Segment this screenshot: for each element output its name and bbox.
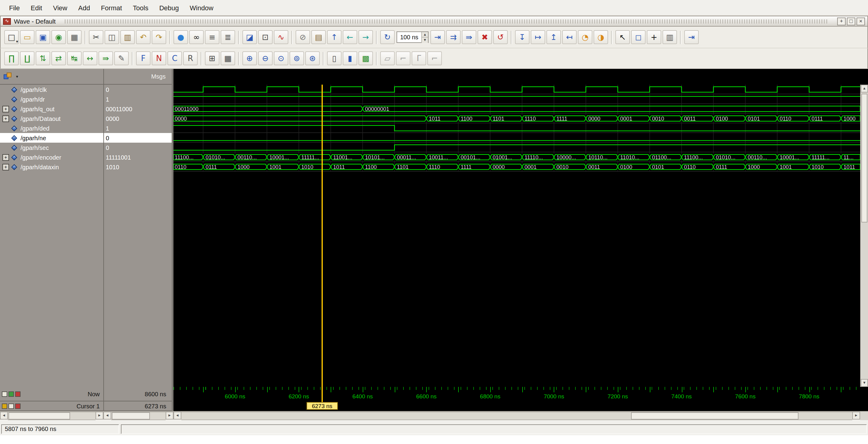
marker-icon[interactable] <box>15 391 21 397</box>
copy-button[interactable]: ◫ <box>104 30 119 44</box>
menu-edit[interactable]: Edit <box>25 2 48 13</box>
clock-button[interactable]: C <box>167 52 182 65</box>
column-splitter[interactable] <box>103 69 104 387</box>
zoom-in-button[interactable]: ⊕ <box>242 52 257 65</box>
reload-button[interactable]: ◉ <box>51 30 66 44</box>
zoom-mode-button[interactable]: ◻ <box>631 30 646 44</box>
run-all-button[interactable]: ⇛ <box>462 30 476 44</box>
stretch-edge-button[interactable]: ↹ <box>67 52 82 65</box>
goto-time-button[interactable]: ⇥ <box>684 30 699 44</box>
zoom-cursor-button[interactable]: ⊚ <box>289 52 304 65</box>
combine-signals-button[interactable]: ⊞ <box>205 52 219 65</box>
save-button[interactable]: ▣ <box>36 30 50 44</box>
goto-top-button[interactable]: ↑ <box>327 30 342 44</box>
release-button[interactable]: R <box>183 52 198 65</box>
scroll-down-button[interactable]: ▼ <box>861 379 868 387</box>
logic-format-button[interactable]: ⌐ <box>396 52 410 65</box>
scroll-left-button[interactable]: ◄ <box>174 412 181 419</box>
step-over-button[interactable]: ↦ <box>531 30 545 44</box>
maximize-button[interactable]: □ <box>847 17 855 25</box>
objects-button[interactable]: ≡ <box>205 30 219 44</box>
signal-row-ne[interactable]: /gparh/ne0 <box>0 133 172 142</box>
select-mode-button[interactable]: ↖ <box>615 30 630 44</box>
vertical-scroll-thumb[interactable] <box>861 94 867 223</box>
delete-edge-button[interactable]: ∐ <box>20 52 34 65</box>
show-leaf-name-button[interactable]: ▮ <box>343 52 357 65</box>
dock-button[interactable]: + <box>837 17 846 25</box>
now-pin-icon[interactable] <box>8 391 14 397</box>
wave-scroll-thumb[interactable] <box>631 412 799 419</box>
menu-debug[interactable]: Debug <box>154 2 184 13</box>
analog-format-button[interactable]: ⌐ <box>427 52 442 65</box>
run-button[interactable]: ⇥ <box>430 30 445 44</box>
menu-view[interactable]: View <box>48 2 72 13</box>
spin-down-button[interactable]: ▼ <box>422 37 428 43</box>
find-button[interactable]: ∞ <box>189 30 204 44</box>
close-button[interactable]: × <box>857 17 865 25</box>
signal-row-q_out[interactable]: +/gparh/q_out00011000 <box>0 104 172 114</box>
paste-button[interactable]: ▥ <box>120 30 135 44</box>
forward-button[interactable]: → <box>359 30 373 44</box>
wave-toolbox-icon[interactable]: ▾ <box>4 72 16 81</box>
change-value-button[interactable]: ✎ <box>114 52 129 65</box>
signal-row-dataxin[interactable]: +/gparh/dataxin1010 <box>0 162 172 172</box>
performance-button[interactable]: ◔ <box>578 30 592 44</box>
menu-file[interactable]: File <box>4 2 25 13</box>
extend-waves-button[interactable]: ⇛ <box>98 52 113 65</box>
menu-tools[interactable]: Tools <box>128 2 154 13</box>
memory-button[interactable]: ⊡ <box>258 30 273 44</box>
continue-run-button[interactable]: ⇉ <box>446 30 461 44</box>
cut-button[interactable]: ✂ <box>89 30 103 44</box>
cursor-time-label[interactable]: 6273 ns <box>306 402 338 410</box>
step-back-button[interactable]: ↤ <box>562 30 577 44</box>
cursor-row[interactable]: Cursor 1 6273 ns <box>0 401 172 411</box>
zoom-full-button[interactable]: ⊙ <box>274 52 288 65</box>
expand-icon[interactable]: + <box>2 115 9 122</box>
signal-row-ded[interactable]: /gparh/ded1 <box>0 123 172 133</box>
wave-vertical-scrollbar[interactable]: ▲ ▼ <box>860 85 868 387</box>
show-full-path-button[interactable]: ▯ <box>327 52 342 65</box>
noforce-button[interactable]: N <box>152 52 166 65</box>
expand-icon[interactable]: + <box>2 154 9 160</box>
values-scrollbar[interactable]: ◄ ► <box>103 412 174 420</box>
expand-icon[interactable]: + <box>2 163 9 170</box>
literal-format-button[interactable]: ▱ <box>380 52 395 65</box>
scroll-track[interactable] <box>8 412 95 420</box>
step-out-button[interactable]: ↥ <box>547 30 561 44</box>
back-button[interactable]: ← <box>343 30 357 44</box>
event-format-button[interactable]: Γ <box>412 52 426 65</box>
step-into-button[interactable]: ↧ <box>515 30 529 44</box>
log-button[interactable]: ▤ <box>311 30 326 44</box>
wave-button[interactable]: ∿ <box>274 30 288 44</box>
cursor-delete-icon[interactable] <box>15 403 21 409</box>
locals-button[interactable]: ≣ <box>221 30 235 44</box>
menu-window[interactable]: Window <box>184 2 219 13</box>
signal-row-clk[interactable]: /gparh/clk0 <box>0 85 172 94</box>
toggle-values-button[interactable]: ▩ <box>359 52 373 65</box>
group-button[interactable]: ▦ <box>221 52 235 65</box>
simulate-button[interactable]: ◪ <box>242 30 257 44</box>
wave-horizontal-scrollbar[interactable]: ◄ ► <box>174 412 860 420</box>
scroll-right-button[interactable]: ► <box>852 412 860 419</box>
timeline-ruler[interactable]: 6000 ns6200 ns6400 ns6600 ns6800 ns7000 … <box>174 387 860 401</box>
cursor-1-line[interactable] <box>321 85 322 402</box>
signal-row-sec[interactable]: /gparh/sec0 <box>0 142 172 152</box>
insert-pulse-button[interactable]: ∏ <box>4 52 19 65</box>
expand-icon[interactable]: + <box>2 105 9 112</box>
invert-button[interactable]: ⇅ <box>36 52 50 65</box>
profile-button[interactable]: ◑ <box>594 30 608 44</box>
print-button[interactable]: ▦ <box>67 30 82 44</box>
spin-up-button[interactable]: ▲ <box>422 32 428 37</box>
menu-format[interactable]: Format <box>95 2 128 13</box>
scroll-left-button[interactable]: ◄ <box>103 412 111 419</box>
cursor-edit-icon[interactable] <box>8 403 14 409</box>
cursor-lock-icon[interactable] <box>2 403 7 409</box>
scroll-track[interactable] <box>111 412 166 420</box>
exclude-button[interactable]: ⊘ <box>296 30 310 44</box>
pan-mode-button[interactable]: + <box>647 30 661 44</box>
undo-button[interactable]: ↶ <box>136 30 151 44</box>
msgs-column-header[interactable]: Msgs <box>151 73 166 80</box>
names-scrollbar[interactable]: ◄ ► <box>0 412 103 420</box>
wave-window-titlebar[interactable]: ∿ Wave - Default +□× <box>0 16 868 27</box>
titlebar-grip[interactable] <box>65 19 828 23</box>
